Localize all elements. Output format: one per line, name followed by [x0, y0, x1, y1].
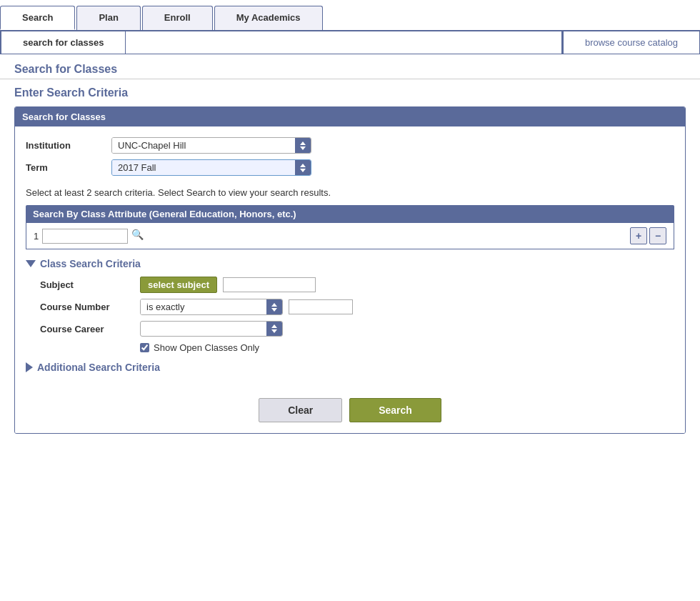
term-arrow-up-icon — [300, 164, 306, 167]
institution-row: Institution UNC-Chapel Hill — [26, 137, 674, 154]
attribute-row-number: 1 — [34, 231, 39, 242]
course-career-value — [141, 327, 266, 331]
show-open-checkbox[interactable] — [140, 343, 149, 352]
cn-arrow-down-icon — [271, 308, 277, 312]
course-number-input[interactable] — [289, 299, 353, 314]
add-row-button[interactable]: + — [630, 227, 647, 244]
criteria-body: Subject select subject Course Number is … — [26, 277, 674, 353]
top-navigation: Search Plan Enroll My Academics — [0, 0, 700, 31]
clear-button[interactable]: Clear — [259, 398, 342, 422]
institution-value: UNC-Chapel Hill — [112, 138, 295, 153]
term-value: 2017 Fall — [112, 160, 295, 175]
attribute-input[interactable] — [42, 229, 128, 244]
expand-triangle-icon — [26, 362, 33, 372]
attribute-section-header: Search By Class Attribute (General Educa… — [26, 205, 674, 223]
add-remove-btns: + − — [630, 227, 666, 244]
course-number-select[interactable]: is exactly — [140, 299, 283, 315]
attribute-section: Search By Class Attribute (General Educa… — [26, 205, 674, 249]
sub-navigation: search for classes browse course catalog — [0, 31, 700, 54]
section-title: Enter Search Criteria — [0, 79, 700, 106]
tab-plan[interactable]: Plan — [76, 6, 140, 30]
arrow-down-icon — [300, 146, 306, 150]
search-form-header: Search for Classes — [15, 107, 685, 126]
term-arrow-down-icon — [300, 169, 306, 172]
course-number-row: Course Number is exactly — [40, 299, 674, 315]
search-form-box: Search for Classes Institution UNC-Chape… — [14, 106, 686, 434]
subnav-browse-catalog[interactable]: browse course catalog — [562, 31, 700, 54]
page-title-area: Search for Classes — [0, 54, 700, 79]
additional-search-header[interactable]: Additional Search Criteria — [26, 362, 674, 373]
course-career-label: Course Career — [40, 324, 140, 334]
remove-row-button[interactable]: − — [649, 227, 666, 244]
page-title: Search for Classes — [14, 63, 686, 76]
course-number-dropdown-btn[interactable] — [266, 299, 282, 314]
class-search-title: Class Search Criteria — [40, 258, 141, 269]
institution-label: Institution — [26, 140, 111, 151]
search-button[interactable]: Search — [349, 398, 441, 422]
tab-search[interactable]: Search — [0, 6, 75, 30]
term-row: Term 2017 Fall — [26, 159, 674, 176]
course-career-dropdown-btn[interactable] — [266, 322, 282, 336]
show-open-row: Show Open Classes Only — [40, 342, 674, 353]
hint-text: Select at least 2 search criteria. Selec… — [26, 182, 674, 205]
class-search-header[interactable]: Class Search Criteria — [26, 258, 674, 269]
term-select[interactable]: 2017 Fall — [111, 159, 311, 176]
buttons-area: Clear Search — [26, 387, 674, 422]
class-search-section: Class Search Criteria Subject select sub… — [26, 258, 674, 353]
institution-select[interactable]: UNC-Chapel Hill — [111, 137, 311, 154]
attribute-section-body: 1 🔍 + − — [26, 223, 674, 249]
cc-arrow-up-icon — [271, 324, 277, 328]
course-career-row: Course Career — [40, 321, 674, 337]
term-label: Term — [26, 162, 111, 173]
select-subject-button[interactable]: select subject — [140, 277, 217, 293]
institution-dropdown-btn[interactable] — [295, 138, 311, 153]
tab-enroll[interactable]: Enroll — [142, 6, 213, 30]
attribute-search-icon[interactable]: 🔍 — [131, 229, 146, 243]
arrow-up-icon — [300, 141, 306, 145]
cn-arrow-up-icon — [271, 303, 277, 307]
subject-row: Subject select subject — [40, 277, 674, 293]
course-career-select[interactable] — [140, 321, 283, 337]
course-number-value: is exactly — [141, 299, 266, 314]
term-dropdown-btn[interactable] — [295, 160, 311, 175]
tab-my-academics[interactable]: My Academics — [214, 6, 323, 30]
additional-search-title: Additional Search Criteria — [37, 362, 160, 373]
subnav-search-classes[interactable]: search for classes — [0, 31, 126, 54]
attribute-row-left: 1 🔍 — [34, 229, 146, 244]
search-form-body: Institution UNC-Chapel Hill Term 2017 Fa… — [15, 126, 685, 433]
additional-search-section: Additional Search Criteria — [26, 362, 674, 373]
subject-input[interactable] — [223, 277, 316, 292]
show-open-label[interactable]: Show Open Classes Only — [154, 342, 259, 353]
collapse-triangle-icon — [26, 260, 36, 267]
cc-arrow-down-icon — [271, 329, 277, 333]
course-number-label: Course Number — [40, 302, 140, 312]
subject-label: Subject — [40, 279, 140, 290]
main-content: Search for Classes Institution UNC-Chape… — [0, 106, 700, 448]
